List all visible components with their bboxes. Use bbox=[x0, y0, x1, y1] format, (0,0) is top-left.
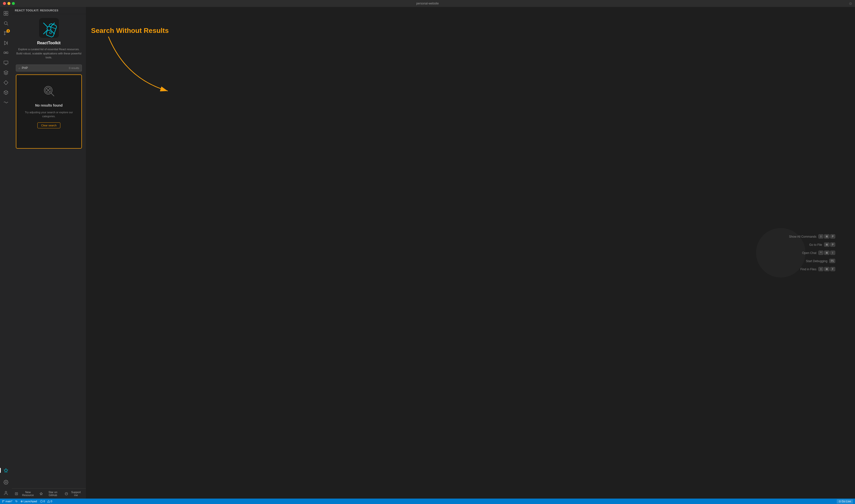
activity-item-explorer[interactable] bbox=[1, 9, 11, 18]
kbd-p: P bbox=[830, 234, 835, 239]
sidebar-content: ReactToolkit Explore a curated list of e… bbox=[12, 14, 86, 488]
svg-point-23 bbox=[5, 491, 7, 493]
svg-point-46 bbox=[2, 502, 3, 502]
star-github-label: Star on GitHub bbox=[44, 491, 61, 497]
no-results-panel: No results found Try adjusting your sear… bbox=[16, 74, 82, 149]
kbd-cmd2: ⌘ bbox=[824, 242, 830, 247]
kbd-shift2: ⇧ bbox=[818, 267, 823, 271]
annotation-arrow bbox=[106, 34, 180, 96]
kbd-ctrl: ^ bbox=[818, 251, 823, 255]
search-box[interactable]: ⌕ PHP 0 results bbox=[16, 65, 82, 71]
activity-item-account[interactable] bbox=[1, 489, 11, 498]
svg-point-4 bbox=[4, 21, 7, 24]
kbd-shift: ⇧ bbox=[818, 234, 823, 239]
window-controls bbox=[3, 2, 15, 5]
svg-rect-1 bbox=[6, 11, 8, 13]
status-errors[interactable]: 0 0 bbox=[40, 500, 52, 503]
status-left: main* ↻ ⊕ Launchpad 0 0 bbox=[2, 500, 52, 503]
activity-item-run[interactable] bbox=[1, 39, 11, 48]
activity-bar: 3 bbox=[0, 7, 12, 499]
svg-line-34 bbox=[51, 93, 54, 96]
command-row-open-chat: Open Chat ^ ⌘ I bbox=[789, 251, 835, 255]
clear-search-button[interactable]: Clear search bbox=[37, 122, 60, 128]
kbd-group-show-all: ⇧ ⌘ P bbox=[818, 234, 835, 239]
svg-marker-18 bbox=[4, 80, 8, 85]
activity-item-docker[interactable] bbox=[1, 68, 11, 77]
kbd-i: I bbox=[830, 251, 835, 255]
search-icon: ⌕ bbox=[19, 66, 20, 70]
kbd-group-debug: F5 bbox=[829, 259, 835, 263]
kbd-cmd3: ⌘ bbox=[824, 251, 830, 255]
warnings-count: 0 bbox=[51, 500, 52, 503]
command-label-goto-file: Go to File bbox=[809, 243, 822, 246]
svg-point-8 bbox=[4, 34, 5, 35]
svg-rect-11 bbox=[4, 52, 6, 54]
activity-item-extensions[interactable] bbox=[1, 49, 11, 57]
annotation-container: Search Without Results bbox=[91, 27, 169, 37]
activity-item-react-toolkit[interactable] bbox=[1, 466, 11, 475]
activity-item-search[interactable] bbox=[1, 19, 11, 28]
star-github-button[interactable]: Star on GitHub bbox=[40, 491, 61, 497]
kbd-cmd: ⌘ bbox=[824, 234, 830, 239]
branch-name: main* bbox=[5, 500, 12, 503]
window-title: personal-website bbox=[416, 2, 439, 5]
kbd-cmd4: ⌘ bbox=[824, 267, 830, 271]
command-row-find-files: Find in Files ⇧ ⌘ F bbox=[789, 267, 835, 271]
editor-area: Search Without Results Show All Commands… bbox=[86, 7, 855, 499]
command-label-find-files: Find in Files bbox=[800, 267, 816, 271]
command-label-debug: Start Debugging bbox=[806, 259, 827, 263]
go-live-button[interactable]: ⊙ Go Live bbox=[837, 499, 853, 504]
sidebar-header: REACT TOOLKIT: RESOURCES bbox=[12, 7, 86, 14]
svg-point-6 bbox=[4, 31, 5, 32]
svg-rect-12 bbox=[6, 52, 8, 54]
maximize-button[interactable] bbox=[12, 2, 15, 5]
status-branch[interactable]: main* bbox=[2, 500, 12, 503]
svg-point-22 bbox=[5, 482, 7, 483]
svg-marker-9 bbox=[4, 41, 7, 45]
svg-marker-38 bbox=[40, 492, 43, 495]
search-results-count: 0 results bbox=[69, 67, 79, 70]
svg-point-44 bbox=[2, 500, 3, 501]
titlebar: personal-website ⊙ bbox=[0, 0, 855, 7]
kbd-group-goto-file: ⌘ P bbox=[824, 242, 835, 247]
errors-count: 0 bbox=[43, 500, 45, 503]
kbd-f: F bbox=[830, 267, 835, 271]
source-control-badge: 3 bbox=[6, 29, 10, 33]
activity-item-settings[interactable] bbox=[1, 478, 11, 487]
support-me-button[interactable]: Support me bbox=[65, 491, 83, 497]
new-resource-button[interactable]: New Resource bbox=[15, 491, 37, 497]
no-results-icon bbox=[43, 85, 55, 100]
svg-line-5 bbox=[7, 24, 8, 25]
no-results-subtitle: Try adjusting your search or explore our… bbox=[21, 110, 76, 119]
activity-item-cube[interactable] bbox=[1, 88, 11, 97]
app-body: 3 bbox=[0, 7, 855, 499]
command-label-show-all: Show All Commands bbox=[789, 235, 816, 238]
no-results-title: No results found bbox=[35, 103, 63, 107]
status-sync[interactable]: ↻ bbox=[15, 500, 18, 503]
launchpad-icon: ⊕ bbox=[20, 500, 23, 503]
kbd-f5: F5 bbox=[829, 259, 835, 263]
status-bar: main* ↻ ⊕ Launchpad 0 0 ⊙ Go Live bbox=[0, 499, 855, 504]
new-resource-label: New Resource bbox=[19, 491, 37, 497]
close-button[interactable] bbox=[3, 2, 6, 5]
command-row-show-all: Show All Commands ⇧ ⌘ P bbox=[789, 234, 835, 239]
svg-line-20 bbox=[6, 91, 8, 92]
plugin-description: Explore a curated list of essential Reac… bbox=[16, 47, 82, 59]
status-launchpad[interactable]: ⊕ Launchpad bbox=[20, 500, 37, 503]
activity-item-remote[interactable] bbox=[1, 58, 11, 67]
activity-item-diamond[interactable] bbox=[1, 78, 11, 87]
plugin-name: ReactToolkit bbox=[37, 41, 60, 45]
svg-point-29 bbox=[47, 26, 51, 31]
activity-item-source-control[interactable]: 3 bbox=[1, 29, 11, 38]
go-live-label: ⊙ Go Live bbox=[839, 500, 851, 503]
activity-bottom bbox=[1, 466, 11, 478]
command-hints: Show All Commands ⇧ ⌘ P Go to File ⌘ P O… bbox=[789, 234, 835, 271]
annotation-title: Search Without Results bbox=[91, 27, 169, 35]
svg-line-21 bbox=[4, 91, 6, 92]
sidebar-footer: New Resource Star on GitHub Support me bbox=[12, 488, 86, 499]
sidebar: REACT TOOLKIT: RESOURCES bbox=[12, 7, 86, 499]
activity-item-wave[interactable] bbox=[1, 98, 11, 107]
minimize-button[interactable] bbox=[7, 2, 11, 5]
support-me-label: Support me bbox=[69, 491, 83, 497]
command-label-open-chat: Open Chat bbox=[802, 251, 816, 254]
